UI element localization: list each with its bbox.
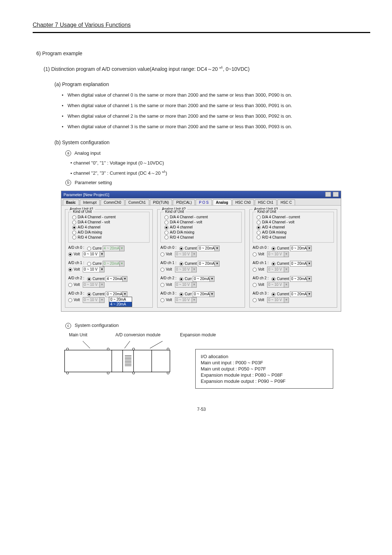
- tab-p-o-s[interactable]: P O S: [196, 199, 212, 205]
- kind-option[interactable]: R/D 4 Channel: [71, 235, 147, 240]
- range-dropdown[interactable]: 0 ~ 20mA▼: [198, 261, 220, 267]
- circle-c-label: System configuration: [75, 323, 119, 328]
- ad-channel-row: A/D ch 1 :Current 0 ~ 20mA▼Volt 0 ~ 10 V…: [253, 261, 334, 273]
- chevron-down-icon: ▼: [192, 267, 196, 272]
- kind-option[interactable]: D/A 4 Channel - volt: [255, 220, 331, 224]
- volt-option[interactable]: Volt 0 ~ 10 V▼: [68, 282, 105, 288]
- analog-sub-2-post: ): [166, 171, 167, 176]
- tab-commch0[interactable]: CommCh0: [101, 199, 124, 205]
- current-option[interactable]: Current: [271, 246, 290, 250]
- range-dropdown[interactable]: 0 ~ 20mA▼: [106, 291, 127, 297]
- volt-option[interactable]: Volt 0 ~ 10 V▼: [160, 282, 197, 288]
- tab-interrupt[interactable]: Interrupt: [80, 199, 100, 205]
- kind-option[interactable]: D/A 4 Channel - volt: [163, 220, 239, 224]
- bullet-item: When digital value of channel 3 is the s…: [62, 124, 370, 129]
- kind-option[interactable]: A/D 4 channel: [163, 225, 239, 230]
- kind-option[interactable]: A/D 4 channel: [71, 225, 147, 230]
- range-dropdown[interactable]: 0 ~ 10 V▼: [83, 251, 105, 257]
- kind-option[interactable]: A/D 4 channel: [255, 225, 331, 230]
- minimize-icon[interactable]: [325, 192, 331, 197]
- radio-icon: [72, 215, 76, 219]
- radio-icon: [160, 252, 164, 256]
- volt-option[interactable]: Volt 0 ~ 10 V▼: [160, 251, 197, 257]
- range-dropdown[interactable]: 0 ~ 20mA▼: [193, 276, 215, 282]
- dropdown-item[interactable]: 0 ~ 20mA: [109, 297, 132, 302]
- ad-channel-row: A/D ch 3 :Current 0 ~ 20mA▼Volt 0 ~ 10 V…: [68, 291, 150, 304]
- kind-option[interactable]: D/A 4 Channel - volt: [71, 220, 147, 224]
- volt-option[interactable]: Volt 0 ~ 10 V▼: [253, 251, 289, 257]
- tab-analog[interactable]: Analog: [213, 199, 232, 205]
- current-option[interactable]: Curre: [87, 246, 103, 250]
- chevron-down-icon: ▼: [284, 267, 289, 272]
- radio-icon: [253, 298, 257, 302]
- range-dropdown[interactable]: 0 ~ 10 V▼: [83, 267, 105, 272]
- range-dropdown[interactable]: 0 ~ 20mA▼: [290, 291, 312, 297]
- svg-point-17: [66, 348, 69, 350]
- ad-channel-row: A/D ch 1 :Current 0 ~ 20mA▼Volt 0 ~ 10 V…: [160, 261, 242, 273]
- range-dropdown[interactable]: 0 ~ 20mA▼: [290, 261, 312, 267]
- current-option[interactable]: Curr: [179, 277, 193, 281]
- tab-pid-cal-[interactable]: PID(CAL): [173, 199, 195, 205]
- range-dropdown[interactable]: 0 ~ 20mA▼: [193, 291, 215, 297]
- tab-hsc-ch1[interactable]: HSC Ch1: [255, 199, 277, 205]
- current-option[interactable]: Current: [179, 262, 198, 266]
- range-dropdown: 0 ~ 10 V▼: [175, 251, 197, 257]
- volt-option[interactable]: Volt 0 ~ 10 V▼: [68, 297, 105, 303]
- radio-icon: [257, 231, 261, 235]
- range-dropdown[interactable]: 4 ~ 20mA▼: [106, 276, 127, 282]
- ad-channel-row: A/D ch 3 :Current 0 ~ 20mA▼Volt 0 ~ 10 V…: [253, 291, 334, 304]
- kind-option[interactable]: R/D 4 Channel: [255, 235, 331, 240]
- radio-icon: [87, 247, 91, 251]
- window-titlebar: Parameter [New Project1]: [61, 191, 341, 198]
- volt-option[interactable]: Volt 0 ~ 10 V▼: [68, 267, 105, 272]
- dropdown-open[interactable]: 0 ~ 20mA4 ~ 20mA: [109, 297, 132, 307]
- chevron-down-icon: ▼: [99, 267, 104, 272]
- tab-commch1[interactable]: CommCh1: [125, 199, 149, 205]
- svg-line-2: [150, 341, 163, 348]
- kind-option[interactable]: D/A 4 Channel - current: [71, 215, 147, 219]
- current-option[interactable]: Current: [87, 277, 106, 281]
- kind-option[interactable]: A/D D/A mixing: [163, 230, 239, 235]
- range-dropdown[interactable]: 0 ~ 20mA▼: [290, 246, 312, 251]
- current-option[interactable]: Curr: [179, 292, 193, 296]
- analog-sub-1: channel "0", "1" : Voltage input (0～10VD…: [70, 160, 370, 166]
- volt-option[interactable]: Volt 0 ~ 10 V▼: [253, 297, 289, 303]
- tab-pid-tun-[interactable]: PID(TUN): [150, 199, 172, 205]
- kind-option[interactable]: A/D D/A mixing: [255, 230, 331, 235]
- explanation-list: When digital value of channel 0 is the s…: [62, 92, 370, 129]
- kind-option[interactable]: D/A 4 Channel - current: [163, 215, 239, 219]
- current-option[interactable]: Current: [271, 292, 290, 296]
- channel-label: A/D ch 3 :: [68, 291, 87, 295]
- window-title: Parameter [New Project1]: [64, 193, 109, 197]
- current-option[interactable]: Current: [271, 277, 290, 281]
- svg-line-1: [124, 341, 130, 348]
- io-line: Expansion module output : P090 ~ P09F: [201, 378, 328, 384]
- tab-basic[interactable]: Basic: [63, 199, 79, 205]
- current-option[interactable]: Current: [271, 262, 290, 266]
- analog-unit: Analog Unit #2Kind of UnitD/A 4 Channel …: [157, 209, 245, 308]
- range-dropdown[interactable]: 0 ~ 20mA▼: [198, 246, 220, 251]
- svg-point-23: [132, 372, 135, 374]
- tab-hsc-c[interactable]: HSC C: [277, 199, 295, 205]
- current-option[interactable]: Curre: [87, 262, 103, 266]
- volt-option[interactable]: Volt 0 ~ 10 V▼: [253, 282, 289, 288]
- maximize-icon[interactable]: [333, 192, 339, 197]
- channel-label: A/D ch 1 :: [68, 261, 87, 265]
- volt-option[interactable]: Volt 0 ~ 10 V▼: [160, 267, 197, 272]
- volt-option[interactable]: Volt 0 ~ 10 V▼: [253, 267, 289, 272]
- analog-sub-2: channel "2", "3" : Current input (DC 4～2…: [70, 169, 370, 177]
- kind-option[interactable]: R/D 4 Channel: [163, 235, 239, 240]
- volt-option[interactable]: Volt 0 ~ 10 V▼: [160, 297, 197, 303]
- channel-label: A/D ch 0 :: [253, 246, 271, 250]
- current-option[interactable]: Current: [179, 246, 198, 250]
- parameter-window: Parameter [New Project1] BasicInterruptC…: [61, 191, 341, 312]
- tab-hsc-ch0[interactable]: HSC Ch0: [232, 199, 254, 205]
- radio-icon: [87, 262, 91, 266]
- volt-option[interactable]: Volt 0 ~ 10 V▼: [68, 251, 105, 257]
- kind-option[interactable]: D/A 4 Channel - current: [255, 215, 331, 219]
- chevron-down-icon: ▼: [284, 282, 289, 287]
- range-dropdown[interactable]: 0 ~ 20mA▼: [290, 276, 312, 282]
- current-option[interactable]: Current: [87, 292, 106, 296]
- dropdown-item[interactable]: 4 ~ 20mA: [109, 302, 132, 307]
- kind-option[interactable]: A/D D/A mixing: [71, 230, 147, 235]
